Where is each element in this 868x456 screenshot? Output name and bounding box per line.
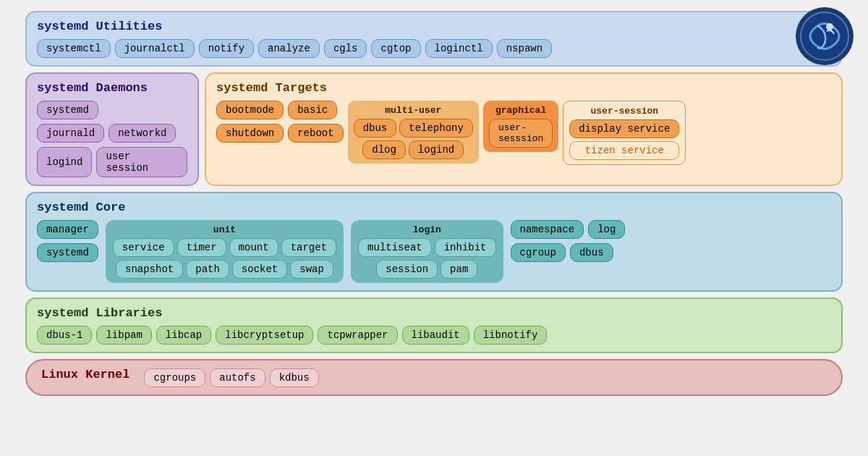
- notify-chip: notify: [199, 39, 254, 58]
- snapshot-chip: snapshot: [116, 260, 183, 279]
- kernel-chips: cgroupsautofskdbus: [144, 368, 318, 387]
- login-label: login: [358, 224, 495, 235]
- systemctl-chip: systemctl: [37, 39, 111, 58]
- main-container: systemd Utilities systemctljournalctlnot…: [25, 11, 843, 396]
- graphical-group: graphical user-sesssion: [483, 101, 558, 152]
- libcryptsetup-chip: libcryptsetup: [216, 326, 313, 345]
- analyze-chip: analyze: [258, 39, 320, 58]
- svg-point-1: [826, 23, 833, 30]
- kernel-title: Linux Kernel: [41, 368, 129, 381]
- daemons-targets-row: systemd Daemons systemdjournaldnetworkdl…: [25, 72, 843, 186]
- journald-chip: journald: [37, 124, 104, 143]
- core-manager-col: manager systemd: [37, 220, 98, 262]
- user-session-group: user-session display service tizen servi…: [563, 101, 686, 165]
- utilities-title: systemd Utilities: [37, 20, 831, 33]
- libraries-section: systemd Libraries dbus-1libpamlibcaplibc…: [25, 297, 843, 353]
- pam-chip: pam: [441, 260, 477, 279]
- unit-label: unit: [113, 224, 336, 235]
- nspawn-chip: nspawn: [497, 39, 552, 58]
- daemons-title: systemd Daemons: [37, 81, 187, 95]
- systemd-chip: systemd: [37, 101, 98, 119]
- core-login-box: login multiseat inhibit session pam: [351, 220, 503, 283]
- manager-chip: manager: [37, 220, 98, 239]
- logind-chip: logind: [409, 140, 464, 159]
- cgtop-chip: cgtop: [371, 39, 420, 58]
- kernel-section: Linux Kernel cgroupsautofskdbus: [25, 359, 843, 396]
- networkd-chip: networkd: [109, 124, 176, 143]
- timer-chip: timer: [177, 238, 226, 257]
- service-chip: service: [113, 238, 174, 257]
- multi-user-chips2: dlog logind: [354, 140, 473, 159]
- libpam-chip: libpam: [96, 326, 151, 345]
- multi-user-group: multi-user dbus telephony dlog logind: [348, 101, 479, 164]
- user-session-label: user-session: [569, 106, 679, 117]
- dbus-chip: dbus: [354, 119, 397, 138]
- utilities-section: systemd Utilities systemctljournalctlnot…: [25, 11, 843, 67]
- core-right-col: namespace log cgroup dbus: [511, 220, 626, 262]
- swap-chip: swap: [290, 260, 333, 279]
- dlog-chip: dlog: [362, 140, 406, 159]
- core-section: systemd Core manager systemd unit servic…: [25, 192, 843, 292]
- daemons-section: systemd Daemons systemdjournaldnetworkdl…: [25, 72, 199, 186]
- tizen-service-chip: tizen service: [569, 141, 679, 160]
- socket-chip: socket: [232, 260, 287, 279]
- reboot-chip: reboot: [288, 124, 343, 143]
- unit-row2: snapshot path socket swap: [113, 260, 336, 279]
- core-unit-box: unit service timer mount target snapshot…: [106, 220, 344, 283]
- multiseat-chip: multiseat: [358, 238, 432, 257]
- core-title: systemd Core: [37, 200, 831, 214]
- libraries-title: systemd Libraries: [37, 306, 831, 320]
- targets-section: systemd Targets bootmode basic shutdown …: [205, 72, 843, 186]
- user-session-sub-chip: user-sesssion: [489, 119, 553, 148]
- dbus-core-chip: dbus: [570, 243, 613, 262]
- logo: [796, 7, 854, 65]
- graphical-label: graphical: [489, 105, 553, 116]
- unit-row1: service timer mount target: [113, 238, 336, 257]
- mount-chip: mount: [229, 238, 278, 257]
- libaudit-chip: libaudit: [402, 326, 469, 345]
- session-chip: session: [376, 260, 438, 279]
- dbus-1-chip: dbus-1: [37, 326, 92, 345]
- libraries-chips: dbus-1libpamlibcaplibcryptsetuptcpwrappe…: [37, 326, 831, 345]
- target-chip: target: [281, 238, 336, 257]
- login-row1: multiseat inhibit: [358, 238, 495, 257]
- telephony-chip: telephony: [399, 119, 473, 138]
- path-chip: path: [186, 260, 229, 279]
- cgroup-chip: cgroup: [511, 243, 566, 262]
- basic-chip: basic: [288, 101, 337, 119]
- inhibit-chip: inhibit: [435, 238, 496, 257]
- libcap-chip: libcap: [156, 326, 211, 345]
- user-session-chip: user session: [96, 147, 187, 177]
- multi-user-chips: dbus telephony: [354, 119, 473, 138]
- tcpwrapper-chip: tcpwrapper: [318, 326, 397, 345]
- kdbus-chip: kdbus: [270, 368, 319, 387]
- namespace-chip: namespace: [511, 220, 584, 239]
- log-chip: log: [588, 220, 625, 239]
- display-service-chip: display service: [569, 119, 679, 138]
- targets-standalone-col: bootmode basic shutdown reboot: [216, 101, 344, 143]
- loginctl-chip: loginctl: [425, 39, 493, 58]
- multi-user-label: multi-user: [354, 105, 473, 116]
- core-inner: manager systemd unit service timer mount…: [37, 220, 831, 283]
- login-row2: session pam: [358, 260, 495, 279]
- systemd-chip: systemd: [37, 243, 98, 262]
- logind-chip: logind: [37, 147, 92, 177]
- journalctl-chip: journalctl: [115, 39, 195, 58]
- utilities-chips: systemctljournalctlnotifyanalyzecglscgto…: [37, 39, 831, 58]
- autofs-chip: autofs: [210, 368, 265, 387]
- shutdown-chip: shutdown: [216, 124, 284, 143]
- libnotify-chip: libnotify: [474, 326, 548, 345]
- targets-title: systemd Targets: [216, 81, 831, 95]
- cgroups-chip: cgroups: [144, 368, 205, 387]
- bootmode-chip: bootmode: [216, 101, 284, 119]
- cgls-chip: cgls: [324, 39, 367, 58]
- targets-inner: bootmode basic shutdown reboot multi-use…: [216, 101, 831, 165]
